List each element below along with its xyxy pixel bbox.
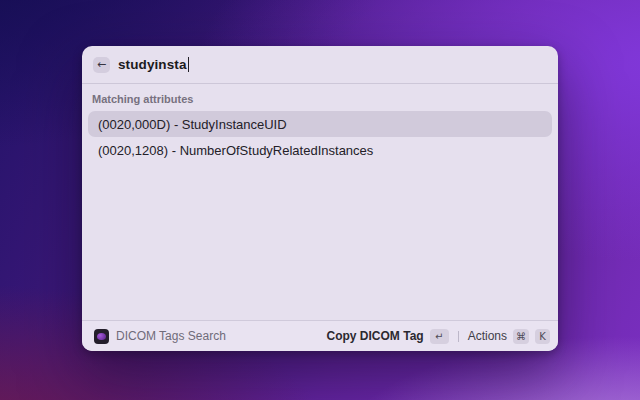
footer-separator xyxy=(458,331,459,342)
back-button[interactable]: ← xyxy=(93,57,110,73)
copy-dicom-tag-action[interactable]: Copy DICOM Tag xyxy=(327,329,424,343)
k-key-icon[interactable]: K xyxy=(535,329,550,344)
search-bar: ← studyinsta xyxy=(82,46,558,84)
text-cursor xyxy=(188,57,190,72)
actions-button[interactable]: Actions xyxy=(468,329,507,343)
return-key-icon[interactable]: ↵ xyxy=(430,329,449,344)
search-input[interactable]: studyinsta xyxy=(118,57,189,72)
result-row-number-of-study-related-instances[interactable]: (0020,1208) - NumberOfStudyRelatedInstan… xyxy=(88,137,552,163)
app-name: DICOM Tags Search xyxy=(116,329,226,343)
result-label: (0020,000D) - StudyInstanceUID xyxy=(98,117,287,132)
footer-app-info: DICOM Tags Search xyxy=(94,329,226,344)
result-row-study-instance-uid[interactable]: (0020,000D) - StudyInstanceUID xyxy=(88,111,552,137)
arrow-left-icon: ← xyxy=(97,59,106,70)
section-header: Matching attributes xyxy=(88,84,552,111)
desktop-background: ← studyinsta Matching attributes (0020,0… xyxy=(0,0,640,400)
footer-actions: Copy DICOM Tag ↵ Actions ⌘ K xyxy=(327,329,550,344)
footer-bar: DICOM Tags Search Copy DICOM Tag ↵ Actio… xyxy=(82,320,558,351)
command-key-icon[interactable]: ⌘ xyxy=(513,329,529,344)
dicom-app-icon xyxy=(94,329,109,344)
search-text: studyinsta xyxy=(118,57,187,72)
results-list: Matching attributes (0020,000D) - StudyI… xyxy=(82,84,558,163)
result-label: (0020,1208) - NumberOfStudyRelatedInstan… xyxy=(98,143,373,158)
dicom-tags-search-window: ← studyinsta Matching attributes (0020,0… xyxy=(82,46,558,351)
brain-icon xyxy=(97,333,106,340)
